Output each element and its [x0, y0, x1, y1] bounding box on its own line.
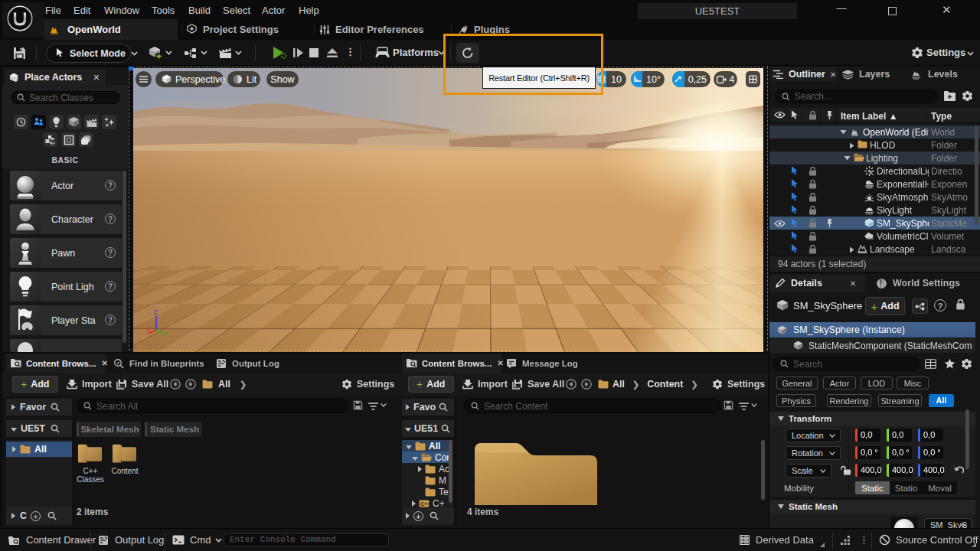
svg-text:Z: Z	[154, 309, 158, 316]
svg-text:C++: C++	[420, 500, 430, 506]
svg-text:Y: Y	[164, 331, 168, 338]
svg-text:X: X	[146, 326, 151, 334]
